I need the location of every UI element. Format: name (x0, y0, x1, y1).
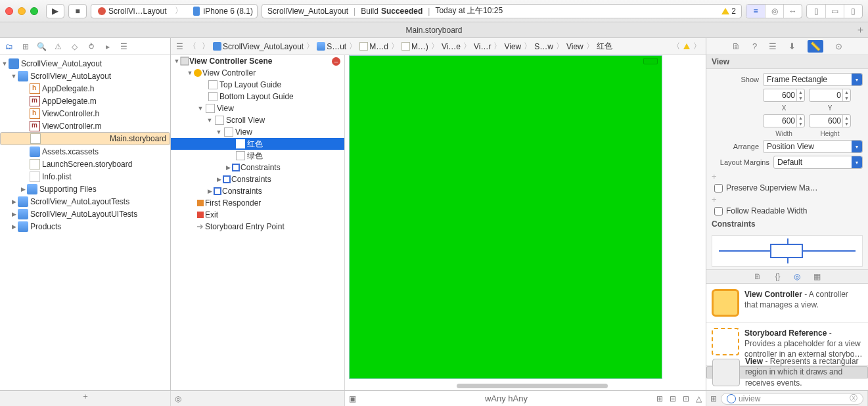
group-uitests[interactable]: ▶ScrollView_AutoLayoutUITests (0, 208, 170, 220)
library-filter-field[interactable]: uiview ⓧ (721, 393, 863, 405)
library-item-vc[interactable]: View Controller - A controller that mana… (706, 284, 868, 323)
inspector-tabs[interactable]: 🗎 ? ☰ ⬇ 📏 ⊙ (706, 38, 868, 55)
toggle-utilities-icon[interactable]: ▯ (844, 5, 862, 18)
identity-inspector-icon[interactable]: ☰ (769, 41, 777, 51)
filter-icon[interactable]: ◎ (175, 394, 181, 403)
file-inspector-icon[interactable]: 🗎 (732, 41, 741, 51)
size-inspector-icon[interactable]: 📏 (808, 40, 823, 53)
toggle-outline-button[interactable]: ▣ (349, 394, 356, 403)
outline-top-guide[interactable]: Top Layout Guide (171, 79, 344, 91)
outline-green-view[interactable]: 绿色 (171, 150, 344, 162)
tab-main-storyboard[interactable]: Main.storyboard (396, 26, 471, 35)
file-main-storyboard[interactable]: Main.storyboard (0, 132, 170, 145)
close-window-button[interactable] (5, 7, 13, 15)
checkbox-icon[interactable] (714, 207, 723, 215)
standard-editor-icon[interactable]: ≡ (746, 5, 765, 18)
file-appdelegate-m[interactable]: AppDelegate.m (0, 95, 170, 107)
back-button[interactable]: 〈 (187, 41, 198, 52)
library-view-mode-icon[interactable]: ⊞ (710, 394, 717, 403)
library-tabs[interactable]: 🗎 {} ◎ ▦ (706, 269, 868, 284)
outline-entry-point[interactable]: Storyboard Entry Point (171, 221, 344, 233)
file-info-plist[interactable]: Info.plist (0, 170, 170, 183)
x-field[interactable]: 600▲▼ (763, 89, 805, 102)
resolve-issues-button[interactable]: △ (696, 394, 702, 403)
group-supporting[interactable]: ▶Supporting Files (0, 183, 170, 195)
breadcrumb[interactable]: ScrollView_AutoLayout〉 S…ut〉 M…d〉 M…)〉 V… (213, 41, 612, 52)
group-app[interactable]: ▼ScrollView_AutoLayout (0, 70, 170, 82)
file-assets[interactable]: Assets.xcassets (0, 145, 170, 158)
attributes-inspector-icon[interactable]: ⬇ (788, 41, 796, 51)
project-root[interactable]: ▼ScrollView_AutoLayout (0, 57, 170, 70)
file-launch-storyboard[interactable]: LaunchScreen.storyboard (0, 158, 170, 170)
outline-vc[interactable]: ▼View Controller (171, 67, 344, 79)
issue-navigator-icon[interactable]: ⚠ (53, 41, 63, 51)
toggle-navigator-icon[interactable]: ▯ (807, 5, 825, 18)
align-button[interactable]: ⊟ (670, 394, 676, 403)
ib-canvas[interactable] (345, 55, 706, 390)
assistant-editor-icon[interactable]: ◎ (765, 5, 783, 18)
preserve-superview-checkbox[interactable]: Preserve Superview Ma… (714, 183, 863, 192)
checkbox-icon[interactable] (714, 184, 723, 192)
jump-prev-issue[interactable]: 〈 (670, 41, 682, 52)
constraints-diagram[interactable] (712, 235, 863, 267)
zoom-window-button[interactable] (30, 7, 38, 15)
minimize-window-button[interactable] (18, 7, 26, 15)
group-tests[interactable]: ▶ScrollView_AutoLayoutTests (0, 195, 170, 208)
stepper-icon[interactable]: ▲▼ (842, 89, 850, 101)
stepper-icon[interactable]: ▲▼ (796, 115, 804, 127)
arrange-select[interactable]: Position View▾ (763, 140, 863, 153)
file-vc-h[interactable]: ViewController.h (0, 107, 170, 120)
library-item-view[interactable]: View - Represents a rectangular region i… (706, 366, 868, 379)
stepper-icon[interactable]: ▲▼ (842, 115, 850, 127)
report-navigator-icon[interactable]: ☰ (119, 41, 129, 51)
add-button[interactable]: ＋ (81, 391, 89, 402)
stop-button[interactable]: ■ (68, 4, 87, 18)
symbol-navigator-icon[interactable]: ⊞ (20, 41, 30, 51)
width-field[interactable]: 600▲▼ (763, 114, 805, 127)
navigator-tabs[interactable]: 🗂 ⊞ 🔍 ⚠ ◇ ⥁ ▸ ☰ (0, 38, 170, 55)
file-appdelegate-h[interactable]: AppDelegate.h (0, 82, 170, 95)
jump-bar[interactable]: ☰ 〈 〉 ScrollView_AutoLayout〉 S…ut〉 M…d〉 … (171, 38, 706, 55)
toggle-debug-icon[interactable]: ▭ (825, 5, 844, 18)
y-field[interactable]: 0▲▼ (809, 89, 851, 102)
outline-red-view[interactable]: 红色 (171, 138, 344, 150)
clear-filter-button[interactable]: ⓧ (850, 393, 857, 404)
stepper-icon[interactable]: ▲▼ (796, 89, 804, 101)
media-library-icon[interactable]: ▦ (813, 272, 821, 281)
outline-constraints-inner[interactable]: ▶Constraints (171, 162, 344, 173)
warning-icon[interactable] (683, 43, 690, 49)
debug-navigator-icon[interactable]: ⥁ (86, 41, 96, 51)
group-products[interactable]: ▶Products (0, 220, 170, 233)
project-tree[interactable]: ▼ScrollView_AutoLayout ▼ScrollView_AutoL… (0, 55, 170, 390)
height-field[interactable]: 600▲▼ (809, 114, 851, 127)
connections-inspector-icon[interactable]: ⊙ (835, 41, 842, 51)
outline-root-view[interactable]: ▼View (171, 102, 344, 114)
scheme-selector[interactable]: ScrollVi…Layout 〉 iPhone 6 (8.1) (91, 4, 258, 18)
warnings-badge[interactable]: 2 (721, 7, 736, 16)
layout-margins-select[interactable]: Default▾ (773, 156, 863, 169)
pin-button[interactable]: ⊡ (683, 394, 689, 403)
outline-first-responder[interactable]: First Responder (171, 197, 344, 209)
jump-next-issue[interactable]: 〉 (691, 41, 703, 52)
outline-scene[interactable]: ▼View Controller Scene– (171, 55, 344, 67)
find-navigator-icon[interactable]: 🔍 (37, 41, 47, 51)
file-vc-m[interactable]: ViewController.m (0, 120, 170, 132)
follow-readable-checkbox[interactable]: Follow Readable Width (714, 206, 863, 215)
scene-delete-icon[interactable]: – (332, 57, 340, 66)
size-class-label[interactable]: wAny hAny (360, 394, 652, 403)
outline-scrollview[interactable]: ▼Scroll View (171, 114, 344, 126)
new-tab-button[interactable]: ＋ (856, 24, 865, 36)
panel-toggle-segmented[interactable]: ▯ ▭ ▯ (806, 4, 863, 18)
version-editor-icon[interactable]: ↔ (783, 5, 802, 18)
outline-bottom-guide[interactable]: Bottom Layout Guide (171, 91, 344, 102)
show-select[interactable]: Frame Rectangle▾ (763, 73, 863, 86)
object-library-icon[interactable]: ◎ (794, 272, 800, 281)
editor-mode-segmented[interactable]: ≡ ◎ ↔ (746, 4, 802, 18)
breakpoint-navigator-icon[interactable]: ▸ (103, 41, 112, 51)
outline-content-view[interactable]: ▼View (171, 126, 344, 138)
outline-constraints-scroll[interactable]: ▶Constraints (171, 173, 344, 185)
related-items-icon[interactable]: ☰ (173, 42, 185, 51)
project-navigator-icon[interactable]: 🗂 (4, 41, 14, 51)
stack-button[interactable]: ⊞ (656, 394, 663, 403)
test-navigator-icon[interactable]: ◇ (70, 41, 80, 51)
